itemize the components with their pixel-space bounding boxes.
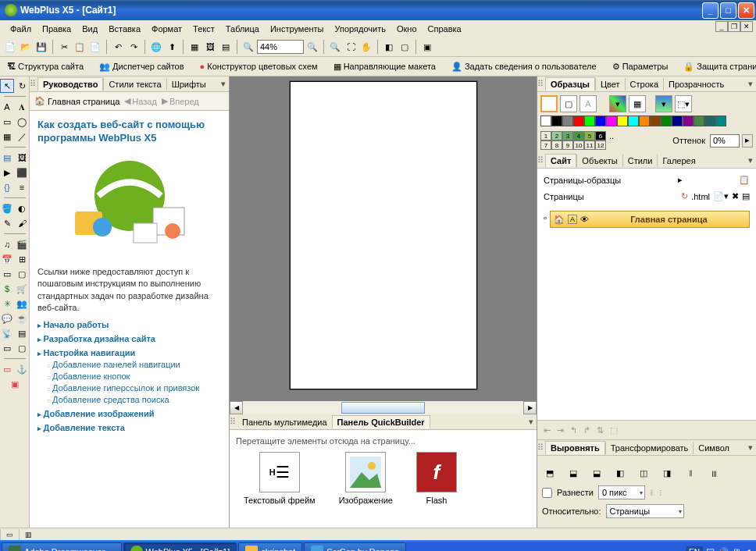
tab-transparency[interactable]: Прозрачность xyxy=(663,78,729,91)
page-del-icon[interactable]: ✖ xyxy=(732,191,739,201)
menu-edit[interactable]: Правка xyxy=(37,22,77,36)
status-icon-2[interactable]: ▥ xyxy=(19,529,37,540)
link-site-design[interactable]: Разработка дизайна сайта xyxy=(37,334,221,343)
tab-multimedia[interactable]: Панель мультимедиа xyxy=(237,416,332,428)
tab-text-styles[interactable]: Стили текста xyxy=(103,78,166,91)
tab-objects[interactable]: Объекты xyxy=(576,155,622,167)
arrow-tool[interactable]: ▶ xyxy=(0,165,14,180)
copy-icon[interactable]: 📋 xyxy=(73,40,87,54)
site-manager-button[interactable]: 👥Диспетчер сайтов xyxy=(95,59,188,74)
color-darkgreen[interactable] xyxy=(661,116,672,126)
action-6[interactable]: ⬚ xyxy=(610,425,618,435)
color-white[interactable] xyxy=(540,116,551,126)
zoom-fit-icon[interactable]: ⛶ xyxy=(344,40,358,54)
tab-site[interactable]: Сайт xyxy=(545,154,576,167)
tray-icon-2[interactable]: 🔊 xyxy=(718,547,729,552)
user-details-button[interactable]: 👤Задать сведения о пользователе xyxy=(448,59,601,74)
distribute-h-icon[interactable]: ⫴ xyxy=(683,465,698,481)
tab-align[interactable]: Выровнять xyxy=(545,441,605,454)
line-tool[interactable]: ／ xyxy=(15,130,29,144)
task-scrcap[interactable]: ScrCap by Denega xyxy=(304,542,406,551)
task-webplus[interactable]: WebPlus X5 - [Сайт1] xyxy=(123,542,237,551)
color-green[interactable] xyxy=(584,116,595,126)
h-scrollbar[interactable]: ◀ ▶ xyxy=(230,401,537,414)
table-tool[interactable]: ▦ xyxy=(0,130,14,144)
counter-tool[interactable]: ⊞ xyxy=(15,252,29,266)
text-swatch[interactable]: A xyxy=(579,95,597,112)
stack-icon[interactable]: ▣ xyxy=(420,40,434,54)
qb-menu-icon[interactable]: ▾ xyxy=(526,417,537,427)
dollar-tool[interactable]: $ xyxy=(0,282,14,296)
color-scheme-button[interactable]: ●Конструктор цветовых схем xyxy=(196,59,322,73)
java-tool[interactable]: ☕ xyxy=(15,311,29,325)
tint-input[interactable]: 0% xyxy=(710,134,740,148)
movie-tool[interactable]: 🎬 xyxy=(15,237,29,251)
media-tool[interactable]: ♫ xyxy=(0,237,14,251)
color-purple[interactable] xyxy=(683,116,694,126)
tab-guide[interactable]: Руководство xyxy=(37,77,103,91)
page-security-button[interactable]: 🔒Защита страницы xyxy=(679,59,756,74)
task-skrinshot[interactable]: skrinshot xyxy=(238,542,302,551)
sublink-search[interactable]: Добавление средства поиска xyxy=(47,395,221,404)
zoom-input[interactable]: 44% xyxy=(257,40,304,54)
tab-quickbuilder[interactable]: Панель QuickBuilder xyxy=(332,415,430,428)
menu-arrange[interactable]: Упорядочить xyxy=(330,22,391,36)
tray-icon-4[interactable]: ◀ xyxy=(744,547,750,552)
fill-tool[interactable]: 🪣 xyxy=(0,201,14,215)
record-tool[interactable]: ▣ xyxy=(8,377,22,391)
menu-insert[interactable]: Вставка xyxy=(103,22,146,36)
open-icon[interactable]: 📂 xyxy=(19,40,33,54)
minimize-button[interactable]: _ xyxy=(702,2,719,19)
mdi-restore[interactable]: ❐ xyxy=(728,21,740,32)
cut-icon[interactable]: ✂ xyxy=(57,40,71,54)
frame2-tool[interactable]: ▭ xyxy=(0,341,14,355)
close-button[interactable]: ✕ xyxy=(738,2,754,19)
nav-tool[interactable]: ≡ xyxy=(15,180,29,194)
menu-window[interactable]: Окно xyxy=(391,22,423,36)
color-yellow[interactable] xyxy=(617,116,628,126)
scroll-thumb[interactable] xyxy=(341,402,426,414)
align-vcenter-icon[interactable]: ⬓ xyxy=(565,465,581,481)
link-getting-started[interactable]: Начало работы xyxy=(37,320,221,329)
tab-symbol[interactable]: Символ xyxy=(693,442,734,454)
palette2-icon[interactable]: ▦ xyxy=(629,95,646,112)
form-tool[interactable]: ▭ xyxy=(0,267,14,281)
action-3[interactable]: ↰ xyxy=(570,425,577,435)
scroll-right-icon[interactable]: ▶ xyxy=(523,401,537,414)
hotspot-tool[interactable]: ▭ xyxy=(0,362,14,376)
color-red[interactable] xyxy=(573,116,584,126)
panel-menu-icon[interactable]: ▾ xyxy=(218,79,229,89)
page-icon[interactable]: ▢ xyxy=(398,40,412,54)
rss-tool[interactable]: 📡 xyxy=(0,326,14,340)
color-magenta[interactable] xyxy=(606,116,617,126)
qb-text-frame[interactable]: H☰Текстовый фрейм xyxy=(244,452,316,505)
scroll-left-icon[interactable]: ◀ xyxy=(230,401,243,414)
page-tree-toggle[interactable]: ▫ xyxy=(544,213,547,222)
link-navigation[interactable]: Настройка навигации xyxy=(37,348,221,357)
tray-icon-3[interactable]: 🖥 xyxy=(732,547,740,551)
tab-gallery[interactable]: Галерея xyxy=(657,155,700,167)
zoom-tool-icon[interactable]: 🔍 xyxy=(328,40,342,54)
brush-tool[interactable]: 🖌 xyxy=(15,216,29,230)
align-hcenter-icon[interactable]: ◫ xyxy=(636,465,651,481)
task-dreamweaver[interactable]: Adobe Dreamweaver ... xyxy=(2,542,122,551)
menu-view[interactable]: Вид xyxy=(77,22,103,36)
zoom-in-icon[interactable]: 🔍 xyxy=(305,40,319,54)
options-button[interactable]: ⚙Параметры xyxy=(608,59,672,74)
site-menu-icon[interactable]: ▾ xyxy=(745,155,756,165)
new-icon[interactable]: 📄 xyxy=(3,40,17,54)
shape-tool[interactable]: ◯ xyxy=(15,115,29,129)
menu-text[interactable]: Текст xyxy=(187,22,220,36)
fill-icon[interactable]: ▤ xyxy=(219,40,233,54)
social-tool[interactable]: 👥 xyxy=(15,297,29,311)
guide-forward[interactable]: ▶Вперед xyxy=(162,96,199,106)
sublink-nav-panels[interactable]: Добавление панелей навигации xyxy=(47,360,221,369)
preview-icon[interactable]: 🌐 xyxy=(149,40,163,54)
link-text[interactable]: Добавление текста xyxy=(37,423,221,432)
distribute-v-icon[interactable]: ⫼ xyxy=(706,465,722,481)
tab-swatches[interactable]: Образцы xyxy=(545,77,595,91)
save-icon[interactable]: 💾 xyxy=(34,40,48,54)
color-navy[interactable] xyxy=(672,116,683,126)
form2-tool[interactable]: ▢ xyxy=(15,267,29,281)
site-structure-button[interactable]: 🏗Структура сайта xyxy=(3,59,87,73)
